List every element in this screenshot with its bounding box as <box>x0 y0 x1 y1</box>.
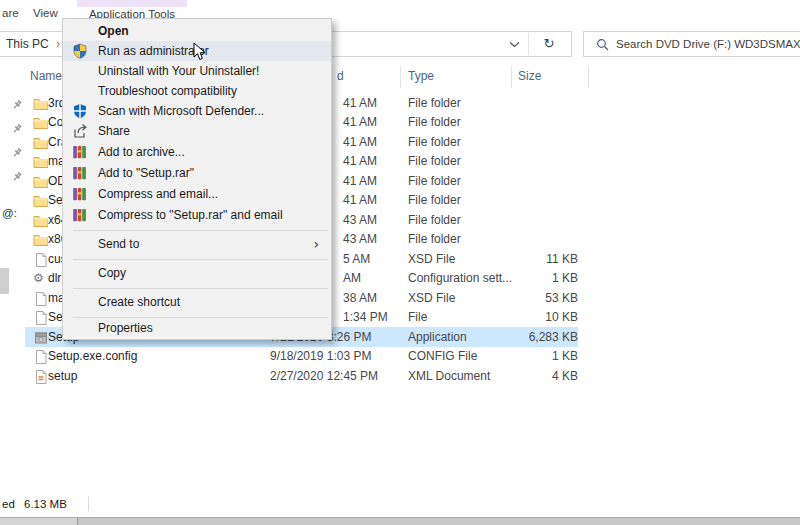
application-icon <box>33 330 48 345</box>
xml-file-icon <box>33 369 48 384</box>
file-icon <box>33 252 48 267</box>
submenu-arrow-icon: › <box>313 234 319 255</box>
menu-item-uninstall[interactable]: Uninstall with Your Uninstaller! <box>63 61 331 81</box>
breadcrumb-this-pc[interactable]: This PC <box>6 37 49 51</box>
file-icon <box>33 291 48 306</box>
winrar-icon <box>72 144 88 160</box>
column-header-type[interactable]: Type <box>408 69 434 83</box>
column-header-date-fragment[interactable]: d <box>337 69 344 83</box>
winrar-icon <box>72 207 88 223</box>
context-menu: Open Run as administrator Uninstall with… <box>62 18 332 340</box>
search-box[interactable]: Search DVD Drive (F:) WD3DSMAX <box>583 31 800 57</box>
status-selection-size: 6.13 MB <box>24 498 67 510</box>
tab-view[interactable]: View <box>33 7 58 19</box>
pin-icon[interactable] <box>11 123 23 135</box>
menu-separator <box>73 317 328 318</box>
menu-item-compress-to-setup-rar-and-email[interactable]: Compress to "Setup.rar" and email <box>63 205 331 226</box>
window-bottom-edge-left <box>0 518 78 525</box>
tab-share-fragment[interactable]: are <box>2 7 19 19</box>
menu-item-add-to-setup-rar[interactable]: Add to "Setup.rar" <box>63 163 331 184</box>
folder-icon <box>33 115 48 130</box>
folder-icon <box>33 96 48 111</box>
folder-icon <box>33 213 48 228</box>
chevron-down-icon <box>509 41 520 48</box>
column-header-size[interactable]: Size <box>518 69 541 83</box>
folder-icon <box>33 135 48 150</box>
share-icon <box>72 123 88 139</box>
contextual-tab-accent <box>77 0 187 7</box>
nav-item-fragment[interactable]: @: <box>2 207 17 219</box>
menu-separator <box>73 230 328 231</box>
menu-item-share[interactable]: Share <box>63 121 331 142</box>
pin-icon[interactable] <box>11 171 23 183</box>
menu-item-copy[interactable]: Copy <box>63 263 331 284</box>
menu-item-compress-and-email[interactable]: Compress and email... <box>63 184 331 205</box>
address-divider <box>528 33 529 55</box>
column-divider[interactable] <box>588 66 589 88</box>
folder-icon <box>33 154 48 169</box>
pin-icon[interactable] <box>11 147 23 159</box>
pin-icon[interactable] <box>11 99 23 111</box>
uac-shield-icon <box>72 43 88 59</box>
file-icon <box>33 349 48 364</box>
column-divider[interactable] <box>511 66 512 88</box>
winrar-icon <box>72 186 88 202</box>
folder-icon <box>33 232 48 247</box>
menu-item-properties[interactable]: Properties <box>63 321 331 337</box>
column-divider[interactable] <box>400 66 401 88</box>
file-row[interactable]: setup 2/27/2020 12:45 PM XML Document 4 … <box>25 366 578 386</box>
menu-item-send-to[interactable]: Send to › <box>63 234 331 255</box>
folder-icon <box>33 193 48 208</box>
status-text-fragment: ed <box>2 498 15 510</box>
file-icon <box>33 310 48 325</box>
status-divider <box>88 496 89 511</box>
refresh-button[interactable]: ↻ <box>535 32 563 56</box>
menu-item-scan-with-defender[interactable]: Scan with Microsoft Defender... <box>63 101 331 121</box>
menu-item-create-shortcut[interactable]: Create shortcut <box>63 292 331 313</box>
column-header-name[interactable]: Name <box>30 69 62 83</box>
defender-shield-icon <box>72 103 88 119</box>
status-bar: ed 6.13 MB <box>0 492 800 516</box>
menu-item-open[interactable]: Open <box>63 21 331 41</box>
menu-separator <box>73 288 328 289</box>
menu-item-troubleshoot-compatibility[interactable]: Troubleshoot compatibility <box>63 81 331 101</box>
mouse-cursor <box>193 42 207 62</box>
search-input[interactable]: Search DVD Drive (F:) WD3DSMAX <box>616 32 800 56</box>
scrollbar-thumb[interactable] <box>0 268 9 294</box>
winrar-icon <box>72 165 88 181</box>
menu-item-add-to-archive[interactable]: Add to archive... <box>63 142 331 163</box>
address-dropdown-button[interactable] <box>503 32 525 56</box>
menu-separator <box>73 259 328 260</box>
search-icon <box>596 38 609 51</box>
file-row[interactable]: Setup.exe.config 9/18/2019 1:03 PM CONFI… <box>25 347 578 367</box>
window-bottom-edge <box>0 517 800 525</box>
folder-icon <box>33 174 48 189</box>
gear-icon: ⚙ <box>33 271 48 286</box>
